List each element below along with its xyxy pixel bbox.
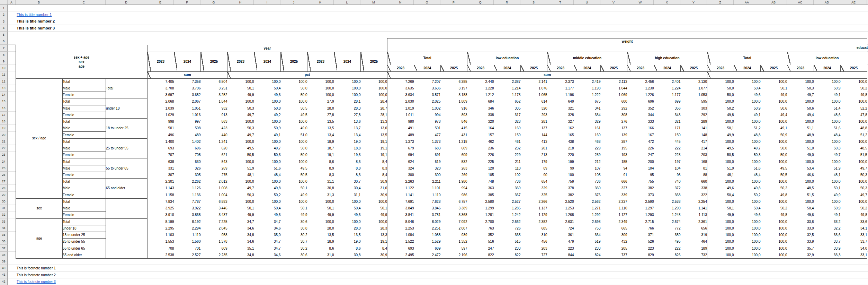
data-cell[interactable]: 2.456 [627, 78, 654, 85]
data-cell[interactable]: 3.706 [174, 85, 201, 92]
row-header-28[interactable]: 28 [0, 185, 8, 191]
data-cell[interactable]: 327 [547, 119, 574, 125]
data-cell[interactable]: 7.207 [414, 78, 441, 85]
data-cell[interactable]: 1.285 [494, 205, 521, 212]
data-cell[interactable]: 2.262 [174, 179, 201, 185]
data-cell[interactable]: 701 [174, 245, 201, 252]
data-cell[interactable]: 1.039 [147, 105, 174, 112]
data-cell[interactable]: 3.922 [174, 205, 201, 212]
data-cell[interactable]: 683 [414, 145, 441, 152]
row-header-25[interactable]: 25 [0, 165, 8, 172]
data-cell[interactable]: 223 [654, 152, 681, 158]
data-cell[interactable]: 100,0 [707, 158, 734, 165]
data-cell[interactable]: 2.211 [414, 179, 441, 185]
data-cell[interactable]: 693 [147, 145, 174, 152]
data-cell[interactable]: 8,6 [334, 158, 361, 165]
row-label[interactable]: Total [63, 119, 106, 125]
row-header-18[interactable]: 18 [0, 118, 8, 125]
data-cell[interactable]: 197 [654, 158, 681, 165]
data-cell[interactable]: 609 [441, 152, 467, 158]
data-cell[interactable]: 100,0 [334, 198, 361, 205]
data-cell[interactable]: 137 [521, 125, 547, 132]
data-cell[interactable]: 705 [174, 152, 201, 158]
data-cell[interactable]: 34,6 [227, 225, 254, 232]
measure-header[interactable]: pct [227, 72, 387, 78]
data-cell[interactable]: 35,1 [227, 245, 254, 252]
data-cell[interactable]: 50,0 [707, 92, 734, 98]
data-cell[interactable]: 755 [627, 179, 654, 185]
data-cell[interactable]: 50,1 [361, 205, 387, 212]
data-cell[interactable]: 49,8 [841, 92, 867, 98]
data-cell[interactable]: 100,0 [734, 98, 761, 105]
data-cell[interactable]: 18,8 [334, 145, 361, 152]
data-cell[interactable]: 387 [601, 138, 627, 145]
data-cell[interactable]: 162 [547, 125, 574, 132]
data-cell[interactable]: 50,0 [281, 145, 307, 152]
data-cell[interactable]: 50,4 [254, 205, 281, 212]
row-label[interactable]: Total [63, 138, 106, 145]
data-cell[interactable]: 49,7 [227, 132, 254, 138]
data-cell[interactable]: 269 [441, 172, 467, 178]
data-cell[interactable]: 341 [574, 105, 601, 112]
data-cell[interactable]: 226 [467, 152, 494, 158]
row-header-27[interactable]: 27 [0, 178, 8, 185]
data-cell[interactable]: 100,0 [734, 158, 761, 165]
data-cell[interactable]: 609 [441, 145, 467, 152]
data-cell[interactable]: 51,5 [787, 192, 814, 198]
data-cell[interactable]: 34,7 [254, 245, 281, 252]
data-cell[interactable]: 619 [414, 158, 441, 165]
data-cell[interactable]: 1.065 [521, 92, 547, 98]
data-cell[interactable]: 28,0 [334, 225, 361, 232]
data-cell[interactable]: 51,9 [814, 165, 841, 172]
title-2[interactable]: This is title number 2 [17, 18, 55, 25]
data-cell[interactable]: 1.268 [547, 212, 574, 218]
row-header-38[interactable]: 38 [0, 252, 8, 258]
data-cell[interactable]: 415 [441, 125, 467, 132]
data-cell[interactable]: 100,0 [707, 98, 734, 105]
data-cell[interactable]: 1.226 [627, 92, 654, 98]
data-cell[interactable]: 33,7 [841, 239, 867, 245]
data-cell[interactable]: 49,6 [254, 92, 281, 98]
row-header-34[interactable]: 34 [0, 225, 8, 232]
data-cell[interactable]: 33,6 [787, 218, 814, 225]
data-cell[interactable]: 3.197 [441, 85, 467, 92]
data-cell[interactable]: 30,9 [361, 252, 387, 258]
data-cell[interactable]: 7.691 [387, 198, 414, 205]
data-cell[interactable]: 371 [627, 232, 654, 238]
data-cell[interactable]: 49,5 [761, 165, 787, 172]
data-cell[interactable]: 19,3 [334, 152, 361, 158]
data-cell[interactable]: 88 [681, 172, 707, 178]
row-label[interactable]: 65 and older [63, 252, 106, 258]
data-cell[interactable]: 3.368 [441, 212, 467, 218]
data-cell[interactable]: 95 [627, 172, 654, 178]
year-cell[interactable]: 2023 [227, 52, 254, 72]
column-header-X[interactable]: X [654, 0, 680, 5]
data-cell[interactable]: 1.253 [547, 205, 574, 212]
data-cell[interactable]: 829 [627, 252, 654, 258]
data-cell[interactable]: 211 [494, 158, 521, 165]
data-cell[interactable]: 1.373 [414, 138, 441, 145]
data-cell[interactable]: 18,7 [307, 145, 334, 152]
data-cell[interactable]: 51,6 [814, 125, 841, 132]
data-cell[interactable]: 165 [547, 132, 574, 138]
data-cell[interactable]: 2.067 [174, 98, 201, 105]
data-cell[interactable]: 8,6 [307, 245, 334, 252]
data-cell[interactable]: 6.883 [201, 198, 227, 205]
data-cell[interactable]: 1.101 [414, 185, 441, 192]
row-group-label[interactable]: sex [16, 198, 63, 218]
data-cell[interactable]: 1.212 [467, 92, 494, 98]
data-cell[interactable]: 100,0 [734, 218, 761, 225]
row-header-8[interactable]: 8 [0, 52, 8, 58]
year-cell[interactable]: 2023 [467, 65, 494, 72]
data-cell[interactable]: 303 [681, 105, 707, 112]
data-cell[interactable]: 49,0 [281, 125, 307, 132]
data-cell[interactable]: 100,0 [707, 239, 734, 245]
data-cell[interactable]: 100,0 [814, 78, 841, 85]
data-cell[interactable]: 51,2 [841, 132, 867, 138]
data-cell[interactable]: 49,8 [761, 192, 787, 198]
data-cell[interactable]: 50,2 [707, 105, 734, 112]
row-label[interactable]: Total [63, 78, 106, 85]
data-cell[interactable]: 6.504 [201, 78, 227, 85]
data-cell[interactable]: 329 [521, 185, 547, 192]
data-cell[interactable]: 2.263 [387, 179, 414, 185]
